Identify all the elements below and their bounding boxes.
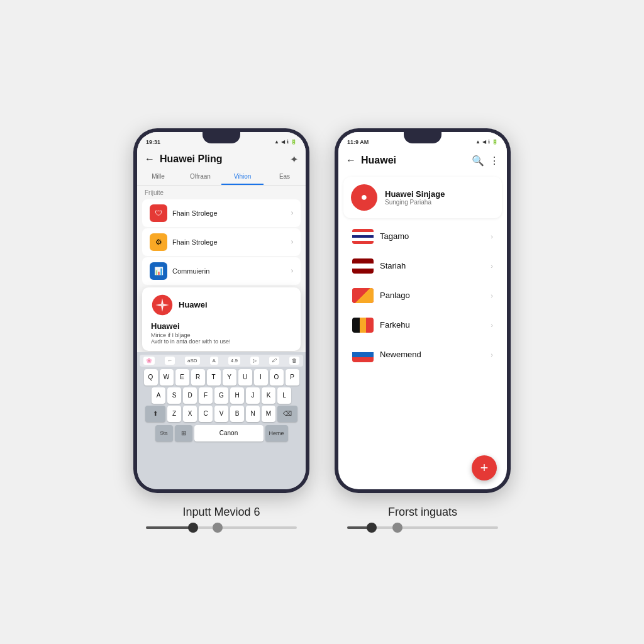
key-j[interactable]: J	[246, 387, 260, 404]
toolbar-play[interactable]: ▷	[250, 357, 259, 365]
key-t[interactable]: T	[207, 369, 221, 386]
phone2-notch	[404, 132, 441, 143]
phone2-app-header: ← Huawei 🔍 ⋮	[338, 150, 507, 172]
tab-olfraan[interactable]: Olfraan	[179, 169, 221, 185]
toolbar-emoji[interactable]: 🌸	[143, 357, 155, 365]
item-tagamo-arrow: ›	[491, 233, 493, 240]
data-icon-2: ℹ	[488, 139, 490, 145]
key-w[interactable]: W	[160, 369, 174, 386]
key-d[interactable]: D	[183, 387, 197, 404]
key-u[interactable]: U	[238, 369, 252, 386]
phone1-back-button[interactable]: ←	[145, 153, 155, 165]
key-backspace[interactable]: ⌫	[277, 406, 297, 422]
toolbar-pen[interactable]: 🖊	[269, 357, 279, 365]
tab-vihion[interactable]: Vihion	[221, 169, 264, 185]
key-b[interactable]: B	[230, 406, 244, 422]
toolbar-back[interactable]: ←	[165, 357, 175, 365]
phone2-list: Tagamo › Stariah › Panlago ›	[338, 221, 507, 489]
phone1-wrapper: 19:31 ▲ ◀ ℹ 🔋 ← Huawei Pling ✦	[133, 128, 309, 529]
toolbar-trash[interactable]: 🗑	[289, 357, 299, 365]
item2-text: Fhain Strolege	[172, 238, 286, 246]
key-shift[interactable]: ⬆	[145, 406, 165, 422]
key-k[interactable]: K	[262, 387, 275, 404]
keyboard-row-1: Q W E R T Y U I O P	[140, 369, 303, 386]
phone1-header-icon[interactable]: ✦	[290, 153, 298, 165]
key-s[interactable]: S	[167, 387, 181, 404]
key-sta[interactable]: Sta	[155, 425, 173, 441]
key-f[interactable]: F	[199, 387, 213, 404]
key-v[interactable]: V	[214, 406, 228, 422]
phone2-slider-thumb2[interactable]	[392, 523, 402, 533]
item3-arrow: ›	[291, 267, 293, 274]
flag-complex	[352, 288, 374, 303]
keyboard-row-3: ⬆ Z X C V B N M ⌫	[140, 406, 303, 422]
key-symbols[interactable]: ⊞	[175, 425, 192, 441]
phone1-list: 🛡 Fhain Strolege › ⚙ Fhain Strolege ›	[137, 198, 306, 286]
phone2-fab[interactable]: +	[472, 455, 497, 480]
phone2-slider[interactable]	[347, 526, 498, 529]
phone1-app-header: ← Huawei Pling ✦	[137, 150, 306, 169]
signal-icon: ◀	[281, 139, 285, 145]
toolbar-asd[interactable]: aSD	[185, 357, 200, 365]
phone1-notch	[203, 132, 240, 143]
key-x[interactable]: X	[183, 406, 197, 422]
item3-icon: 📊	[150, 262, 167, 280]
item-stariah-arrow: ›	[491, 262, 493, 270]
data-icon: ℹ	[287, 139, 289, 145]
key-space[interactable]: Canon	[194, 425, 264, 441]
key-y[interactable]: Y	[223, 369, 236, 386]
item1-text: Fhain Strolege	[172, 209, 286, 217]
key-m[interactable]: M	[262, 406, 275, 422]
key-h[interactable]: H	[230, 387, 244, 404]
key-i[interactable]: I	[254, 369, 268, 386]
phone2-slider-thumb[interactable]	[367, 523, 377, 533]
item1-arrow: ›	[291, 209, 293, 216]
item-tagamo-name: Tagamo	[380, 231, 484, 241]
phone2-back-button[interactable]: ←	[346, 155, 356, 166]
list-item-tagamo[interactable]: Tagamo ›	[343, 223, 502, 250]
list-item-farkehu[interactable]: Farkehu ›	[343, 311, 502, 339]
phone1-time: 19:31	[146, 139, 160, 145]
key-q[interactable]: Q	[144, 369, 158, 386]
key-heme[interactable]: Heme	[265, 425, 288, 441]
circle-icon: ⚙	[155, 238, 162, 247]
phone2-app-title: Huawei	[361, 155, 467, 166]
key-c[interactable]: C	[199, 406, 213, 422]
battery-icon-2: 🔋	[492, 139, 498, 145]
key-e[interactable]: E	[175, 369, 189, 386]
phone2-more-button[interactable]: ⋮	[489, 155, 499, 167]
key-o[interactable]: O	[270, 369, 284, 386]
list-item-1[interactable]: 🛡 Fhain Strolege ›	[142, 199, 301, 227]
key-r[interactable]: R	[191, 369, 205, 386]
tab-eas[interactable]: Eas	[264, 169, 306, 185]
phone1-slider-thumb[interactable]	[188, 523, 198, 533]
key-n[interactable]: N	[246, 406, 260, 422]
key-g[interactable]: G	[214, 387, 228, 404]
flag-belgium	[352, 318, 374, 333]
key-z[interactable]: Z	[167, 406, 181, 422]
toolbar-a[interactable]: A	[210, 357, 218, 365]
list-item-stariah[interactable]: Stariah ›	[343, 252, 502, 280]
list-item-2[interactable]: ⚙ Fhain Strolege ›	[142, 228, 301, 256]
key-a[interactable]: A	[152, 387, 165, 404]
tab-mille[interactable]: Mille	[137, 169, 179, 185]
phone1-slider-thumb2[interactable]	[213, 523, 223, 533]
signal-icon-2: ◀	[482, 139, 486, 145]
list-item-newemend[interactable]: Newemend ›	[343, 341, 502, 369]
popup-desc1: Mirice if I bljage	[151, 332, 292, 338]
list-item-panlago[interactable]: Panlago ›	[343, 282, 502, 309]
key-p[interactable]: P	[286, 369, 299, 386]
list-item-3[interactable]: 📊 Commuierin ›	[142, 257, 301, 285]
popup-logo-row: Huawei	[151, 294, 292, 316]
featured-item[interactable]: ● Huawei Sinjage Sunging Pariaha	[343, 177, 502, 218]
phone1-slider[interactable]	[146, 526, 297, 529]
item-panlago-arrow: ›	[491, 292, 493, 299]
item-farkehu-arrow: ›	[491, 321, 493, 329]
featured-icon-circle: ●	[351, 184, 377, 211]
phone1-status-icons: ▲ ◀ ℹ 🔋	[274, 139, 297, 145]
key-l[interactable]: L	[277, 387, 291, 404]
featured-sub: Sunging Pariaha	[385, 199, 445, 206]
item-panlago-name: Panlago	[380, 291, 484, 300]
phone2-search-button[interactable]: 🔍	[472, 155, 484, 167]
phone2-status-bar: 11:9 AM ▲ ◀ ℹ 🔋	[338, 132, 507, 150]
